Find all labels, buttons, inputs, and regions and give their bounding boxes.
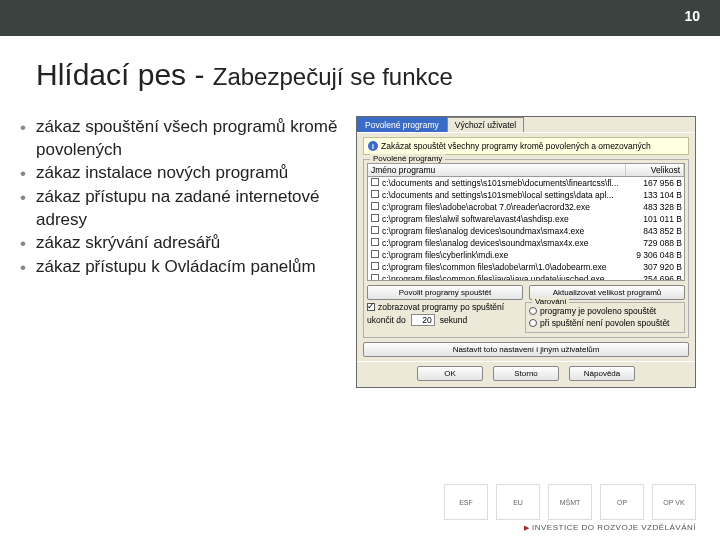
radio-icon[interactable] <box>529 319 537 327</box>
info-icon: i <box>368 141 378 151</box>
info-text: Zakázat spouštět všechny programy kromě … <box>381 141 651 151</box>
show-after-check[interactable]: zobrazovat programy po spuštění <box>367 302 519 312</box>
list-item: •zákaz přístupu k Ovládacím panelům <box>20 256 350 280</box>
tab-allowed-programs[interactable]: Povolené programy <box>357 117 447 132</box>
page-title: Hlídací pes - Zabezpečují se funkce <box>0 36 720 106</box>
col-size[interactable]: Velikost <box>626 164 684 176</box>
logo-eu: EU <box>496 484 540 520</box>
row-checkbox[interactable] <box>371 190 379 198</box>
footer: ESF EU MŠMT OP OP VK ▶ INVESTICE DO ROZV… <box>0 484 720 532</box>
footer-caption: ▶ INVESTICE DO ROZVOJE VZDĚLÁVÁNÍ <box>0 523 696 532</box>
bullet-icon: • <box>20 256 36 280</box>
row-checkbox[interactable] <box>371 202 379 210</box>
col-name[interactable]: Jméno programu <box>368 164 626 176</box>
table-row[interactable]: c:\documents and settings\s101smeb\docum… <box>368 177 684 189</box>
bullet-icon: • <box>20 116 36 162</box>
logo-op: OP <box>600 484 644 520</box>
allow-button[interactable]: Povolit programy spouštět <box>367 285 523 300</box>
row-checkbox[interactable] <box>371 262 379 270</box>
options-left: zobrazovat programy po spuštění ukončit … <box>367 302 519 333</box>
row-checkbox[interactable] <box>371 226 379 234</box>
warning-group: Varování programy je povoleno spouštět p… <box>525 302 685 333</box>
main-area: •zákaz spouštění všech programů kromě po… <box>0 106 720 388</box>
title-sub: Zabezpečují se funkce <box>213 63 453 90</box>
table-row[interactable]: c:\program files\common files\java\java … <box>368 273 684 281</box>
apply-to-others-button[interactable]: Nastavit toto nastavení i jiným uživatel… <box>363 342 689 357</box>
list-item: •zákaz instalace nových programů <box>20 162 350 186</box>
group-buttons: Povolit programy spouštět Aktualizovat v… <box>367 285 685 300</box>
warning-legend: Varování <box>532 297 569 306</box>
table-row[interactable]: c:\program files\analog devices\soundmax… <box>368 225 684 237</box>
row-checkbox[interactable] <box>371 274 379 281</box>
row-checkbox[interactable] <box>371 238 379 246</box>
info-banner: i Zakázat spouštět všechny programy krom… <box>363 137 689 155</box>
help-button[interactable]: Nápověda <box>569 366 635 381</box>
radio-not-allowed[interactable]: při spuštění není povolen spouštět <box>529 318 681 328</box>
row-checkbox[interactable] <box>371 250 379 258</box>
bullet-icon: • <box>20 232 36 256</box>
bullet-icon: • <box>20 162 36 186</box>
title-sep: - <box>186 58 213 91</box>
dialog-window: Povolené programy Výchozí uživatel i Zak… <box>356 116 696 388</box>
logo-esf: ESF <box>444 484 488 520</box>
row-checkbox[interactable] <box>371 214 379 222</box>
table-row[interactable]: c:\program files\cyberlink\mdi.exe9 306 … <box>368 249 684 261</box>
close-in-row: ukončit do 20 sekund <box>367 314 519 326</box>
file-list[interactable]: c:\documents and settings\s101smeb\docum… <box>367 177 685 281</box>
checkbox-icon[interactable] <box>367 303 375 311</box>
programs-group: Povolené programy Jméno programu Velikos… <box>363 159 689 338</box>
dialog-tabs: Povolené programy Výchozí uživatel <box>357 117 695 133</box>
table-row[interactable]: c:\program files\alwil software\avast4\a… <box>368 213 684 225</box>
logo-row: ESF EU MŠMT OP OP VK <box>0 484 696 520</box>
bullet-list: •zákaz spouštění všech programů kromě po… <box>20 116 350 388</box>
bullet-icon: • <box>20 186 36 232</box>
cancel-button[interactable]: Storno <box>493 366 559 381</box>
logo-opvk: OP VK <box>652 484 696 520</box>
tab-default-user[interactable]: Výchozí uživatel <box>447 117 524 132</box>
row-checkbox[interactable] <box>371 178 379 186</box>
table-row[interactable]: c:\program files\analog devices\soundmax… <box>368 237 684 249</box>
list-item: •zákaz spouštění všech programů kromě po… <box>20 116 350 162</box>
table-row[interactable]: c:\program files\common files\adobe\arm\… <box>368 261 684 273</box>
logo-msmt: MŠMT <box>548 484 592 520</box>
seconds-input[interactable]: 20 <box>411 314 435 326</box>
ok-button[interactable]: OK <box>417 366 483 381</box>
table-row[interactable]: c:\documents and settings\s101smeb\local… <box>368 189 684 201</box>
triangle-icon: ▶ <box>524 524 530 532</box>
radio-icon[interactable] <box>529 307 537 315</box>
options-row: zobrazovat programy po spuštění ukončit … <box>367 302 685 333</box>
table-header: Jméno programu Velikost <box>367 163 685 177</box>
header-band: 10 <box>0 0 720 36</box>
list-item: •zákaz přístupu na zadané internetové ad… <box>20 186 350 232</box>
list-item: •zákaz skrývání adresářů <box>20 232 350 256</box>
slide-number: 10 <box>684 8 700 24</box>
dialog-buttons: OK Storno Nápověda <box>357 361 695 387</box>
radio-allowed[interactable]: programy je povoleno spouštět <box>529 306 681 316</box>
title-main: Hlídací pes <box>36 58 186 91</box>
group-legend: Povolené programy <box>370 154 445 163</box>
table-row[interactable]: c:\program files\adobe\acrobat 7.0\reade… <box>368 201 684 213</box>
